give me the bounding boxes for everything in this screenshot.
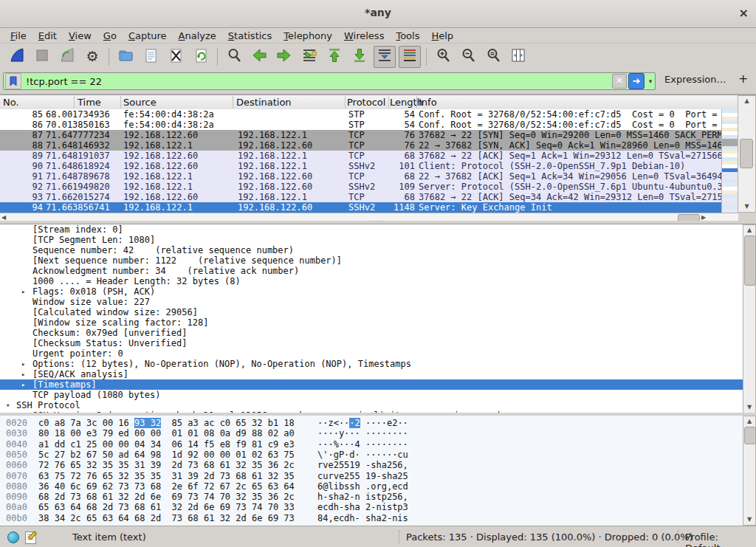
close-file-button[interactable] — [165, 46, 187, 68]
tree-collapsed-icon[interactable]: ▸ — [21, 286, 25, 297]
column-header-no[interactable]: No. — [3, 97, 19, 108]
hex-row-0050[interactable]: 00505c 27 b2 67 50 ad 64 98 1d 92 00 00 … — [0, 450, 743, 460]
menu-item-view[interactable]: View — [63, 30, 97, 42]
scrollbar-thumb[interactable] — [744, 427, 756, 444]
menu-item-wireless[interactable]: Wireless — [338, 30, 390, 42]
tree-collapsed-icon[interactable]: ▸ — [21, 369, 25, 379]
detail-line[interactable]: ▸Options: (12 bytes), No-Operation (NOP)… — [0, 359, 743, 369]
resize-columns-button[interactable] — [507, 46, 529, 68]
capture-comment-icon[interactable] — [25, 531, 36, 544]
scroll-down-icon[interactable]: ▼ — [743, 403, 755, 412]
hex-row-0060[interactable]: 006072 76 65 32 35 35 31 39 2d 73 68 61 … — [0, 460, 743, 470]
capture-options-button[interactable]: ⚙ — [81, 46, 103, 68]
menu-item-file[interactable]: File — [4, 30, 32, 42]
detail-line[interactable]: [Checksum Status: Unverified] — [0, 338, 743, 348]
detail-line[interactable]: Checksum: 0x79ed [unverified] — [0, 328, 743, 338]
reload-file-button[interactable] — [190, 46, 212, 68]
packet-list-header[interactable]: No.TimeSourceDestinationProtocolLengthIn… — [0, 95, 738, 110]
bytes-vscrollbar[interactable]: ▲ ▼ — [743, 416, 756, 526]
column-header-destination[interactable]: Destination — [236, 97, 292, 108]
tree-expanded-icon[interactable]: ▾ — [6, 400, 10, 410]
colorize-button[interactable] — [399, 46, 421, 68]
filter-apply-button[interactable]: ➜ — [628, 73, 645, 89]
scroll-up-icon[interactable]: ▲ — [743, 417, 755, 426]
menu-item-go[interactable]: Go — [97, 30, 123, 42]
details-vscrollbar[interactable]: ▲ ▼ — [743, 224, 756, 413]
packet-row-90[interactable]: 9071.648618924192.168.122.60192.168.122.… — [0, 161, 721, 171]
auto-scroll-button[interactable] — [374, 46, 396, 68]
restart-capture-button[interactable] — [56, 46, 78, 68]
packet-row-94[interactable]: 9471.663856741192.168.122.1192.168.122.6… — [0, 202, 721, 213]
detail-line[interactable]: ▾SSH Protocol — [0, 400, 743, 410]
detail-line[interactable]: ▸[Timestamps] — [0, 379, 743, 390]
menu-item-help[interactable]: Help — [425, 30, 459, 42]
packet-row-85[interactable]: 8568.001734936fe:54:00:d4:38:2aSTP54Conf… — [0, 109, 721, 120]
stop-capture-button[interactable] — [31, 46, 53, 68]
close-window-button[interactable]: × — [739, 6, 749, 20]
go-to-packet-button[interactable] — [298, 46, 320, 68]
detail-line[interactable]: [TCP Segment Len: 1080] — [0, 235, 743, 245]
scrollbar-thumb[interactable] — [740, 139, 753, 168]
packet-row-88[interactable]: 8871.648146932192.168.122.1192.168.122.6… — [0, 140, 721, 151]
hex-row-0040[interactable]: 0040a1 dd c1 25 00 00 04 34 06 14 f5 e8 … — [0, 439, 743, 450]
zoom-in-button[interactable] — [432, 46, 454, 68]
zoom-original-button[interactable] — [482, 46, 504, 68]
packet-row-92[interactable]: 9271.661949820192.168.122.1192.168.122.6… — [0, 182, 721, 192]
filter-history-caret[interactable]: ▾ — [646, 74, 655, 89]
hex-row-00b0[interactable]: 00b038 34 2c 65 63 64 68 2d 73 68 61 32 … — [0, 513, 743, 523]
scroll-down-icon[interactable]: ▼ — [738, 202, 755, 211]
packet-list-vscrollbar[interactable]: ▲ ▼ — [738, 95, 756, 213]
intelligent-scrollbar-minimap[interactable] — [721, 109, 738, 213]
find-packet-button[interactable] — [223, 46, 245, 68]
hex-row-0080[interactable]: 008036 40 6c 69 62 73 73 68 2e 6f 72 67 … — [0, 481, 743, 492]
menu-item-analyze[interactable]: Analyze — [173, 30, 222, 42]
detail-line[interactable]: [Stream index: 0] — [0, 224, 743, 235]
detail-line[interactable]: [Calculated window size: 29056] — [0, 307, 743, 317]
add-filter-button[interactable]: + — [738, 72, 748, 86]
column-header-info[interactable]: Info — [419, 97, 437, 108]
menu-item-tools[interactable]: Tools — [390, 30, 425, 42]
detail-line[interactable]: [Next sequence number: 1122 (relative se… — [0, 255, 743, 266]
detail-line[interactable]: [Window size scaling factor: 128] — [0, 317, 743, 328]
column-header-source[interactable]: Source — [123, 97, 157, 108]
menu-item-telephony[interactable]: Telephony — [278, 30, 338, 42]
hex-row-00a0[interactable]: 00a065 63 64 68 2d 73 68 61 32 2d 6e 69 … — [0, 502, 743, 512]
scrollbar-thumb[interactable] — [744, 235, 756, 286]
column-divider[interactable] — [416, 96, 417, 109]
detail-line[interactable]: Window size value: 227 — [0, 297, 743, 307]
expression-button[interactable]: Expression… — [664, 74, 726, 85]
go-last-button[interactable] — [348, 46, 371, 68]
packet-row-87[interactable]: 8771.647777234192.168.122.60192.168.122.… — [0, 130, 721, 140]
detail-line[interactable]: Sequence number: 42 (relative sequence n… — [0, 245, 743, 255]
start-capture-button[interactable] — [6, 46, 28, 68]
tree-collapsed-icon[interactable]: ▸ — [21, 359, 25, 369]
column-header-protocol[interactable]: Protocol — [347, 97, 385, 108]
packet-row-91[interactable]: 9171.648789678192.168.122.1192.168.122.6… — [0, 171, 721, 182]
scroll-up-icon[interactable]: ▲ — [738, 97, 755, 106]
scroll-down-icon[interactable]: ▼ — [743, 515, 755, 524]
column-divider[interactable] — [233, 96, 233, 109]
tree-collapsed-icon[interactable]: ▸ — [21, 379, 25, 390]
hex-row-0070[interactable]: 007063 75 72 76 65 32 35 35 31 39 2d 73 … — [0, 471, 743, 481]
go-first-button[interactable] — [323, 46, 346, 68]
filter-clear-button[interactable]: ✕ — [612, 74, 627, 89]
column-divider[interactable] — [74, 96, 75, 109]
open-file-button[interactable] — [114, 46, 137, 68]
expert-info-icon[interactable] — [7, 531, 19, 543]
detail-line[interactable]: TCP payload (1080 bytes) — [0, 390, 743, 400]
column-divider[interactable] — [120, 96, 121, 109]
menu-item-statistics[interactable]: Statistics — [222, 30, 278, 42]
detail-line[interactable]: 1000 .... = Header Length: 32 bytes (8) — [0, 276, 743, 286]
hex-row-0030[interactable]: 003080 18 00 e3 79 ed 00 00 01 01 08 0a … — [0, 428, 743, 438]
hex-row-0020[interactable]: 0020c0 a8 7a 3c 00 16 93 32 85 a3 ac c0 … — [0, 418, 743, 428]
display-filter-input[interactable]: !tcp.port == 22 ✕ ➜ ▾ — [3, 72, 656, 90]
packet-row-93[interactable]: 9371.662015274192.168.122.60192.168.122.… — [0, 192, 721, 202]
column-divider[interactable] — [345, 96, 346, 109]
packet-row-86[interactable]: 8670.013850163fe:54:00:d4:38:2aSTP54Conf… — [0, 120, 721, 130]
filter-bookmark-button[interactable] — [5, 73, 21, 89]
detail-line[interactable]: Urgent pointer: 0 — [0, 348, 743, 359]
packet-row-89[interactable]: 8971.648191037192.168.122.60192.168.122.… — [0, 151, 721, 161]
menu-item-edit[interactable]: Edit — [32, 30, 63, 42]
column-divider[interactable] — [388, 96, 389, 109]
menu-item-capture[interactable]: Capture — [123, 30, 173, 42]
